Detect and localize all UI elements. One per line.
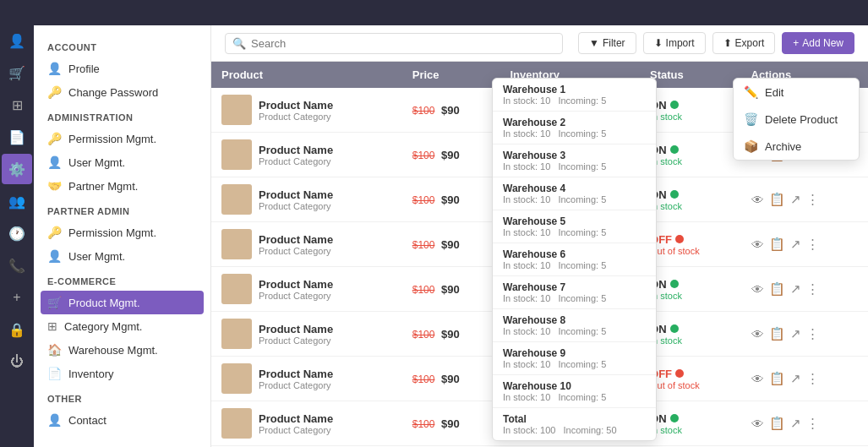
more-icon-5[interactable]: ⋮: [806, 326, 819, 341]
product-table: Product Price Inventory Status Actions P…: [211, 62, 868, 446]
inventory-cell-0: 10 Warehouses: [500, 88, 640, 133]
view-icon-1[interactable]: 👁: [751, 148, 764, 162]
more-icon-4[interactable]: ⋮: [806, 281, 819, 297]
more-icon-3[interactable]: ⋮: [806, 237, 819, 252]
price-new-0: $90: [441, 104, 460, 117]
view-icon-6[interactable]: 👁: [751, 372, 764, 386]
share-icon-1[interactable]: ↗: [790, 147, 801, 162]
partner-icon: 🤝: [47, 179, 62, 193]
status-text-5: In stock: [650, 335, 731, 346]
user-icon: 👤: [47, 155, 62, 169]
inventory-link-5[interactable]: 10 Warehouses: [510, 328, 587, 341]
nav-item-profile[interactable]: 👤 Profile: [34, 57, 210, 80]
actions-cell-5: 👁 📋 ↗ ⋮: [741, 312, 868, 357]
nav-label-permission-mgmt: Permission Mgmt.: [68, 133, 156, 145]
nav-item-product-mgmt[interactable]: 🛒 Product Mgmt.: [41, 291, 204, 314]
view-icon-4[interactable]: 👁: [751, 282, 764, 297]
share-icon-7[interactable]: ↗: [790, 416, 801, 431]
nav-item-category-mgmt[interactable]: ⊞ Category Mgmt.: [34, 314, 210, 338]
add-icon: +: [793, 37, 799, 49]
table-row: Product Name Product Category $100 $90 1…: [211, 222, 868, 267]
sidebar-icon-document[interactable]: 📄: [2, 122, 32, 152]
nav-item-contact[interactable]: 👤 Contact: [34, 408, 210, 432]
share-icon-5[interactable]: ↗: [790, 326, 801, 341]
sidebar-icon-logout[interactable]: ⏻: [2, 346, 32, 377]
sidebar-icon-phone[interactable]: 📞: [2, 250, 32, 281]
sidebar-icon-apps[interactable]: ⊞: [2, 90, 32, 120]
nav-item-pa-permission[interactable]: 🔑 Permission Mgmt.: [34, 221, 210, 244]
copy-icon-5[interactable]: 📋: [769, 326, 785, 341]
copy-icon-6[interactable]: 📋: [769, 371, 785, 386]
copy-icon-3[interactable]: 📋: [769, 237, 785, 252]
inventory-link-0[interactable]: 10 Warehouses: [510, 104, 587, 117]
status-cell-5: ON In stock: [640, 312, 741, 357]
sidebar-icon-shop[interactable]: 🛒: [2, 57, 32, 88]
sidebar-icon-plus[interactable]: +: [2, 282, 32, 313]
more-icon-1[interactable]: ⋮: [806, 147, 819, 162]
share-icon-0[interactable]: ↗: [790, 102, 801, 117]
product-name-5: Product Name: [259, 323, 333, 335]
nav-label-profile: Profile: [68, 63, 100, 75]
contact-icon: 👤: [47, 413, 62, 427]
view-icon-7[interactable]: 👁: [751, 417, 764, 431]
sidebar-icon-lock[interactable]: 🔒: [2, 314, 32, 345]
status-label-6: OFF: [650, 368, 672, 380]
nav-item-user-mgmt[interactable]: 👤 User Mgmt.: [34, 150, 210, 174]
status-label-2: ON: [650, 188, 667, 201]
import-button[interactable]: ⬇ Import: [643, 32, 706, 54]
product-thumb-5: [221, 319, 252, 349]
share-icon-2[interactable]: ↗: [790, 192, 801, 207]
table-row: Product Name Product Category $100 $90 1…: [211, 357, 868, 401]
add-new-button[interactable]: + Add New: [782, 32, 854, 54]
product-category-1: Product Category: [259, 156, 333, 166]
price-old-3: $100: [412, 239, 435, 251]
copy-icon-7[interactable]: 📋: [769, 416, 785, 431]
product-category-2: Product Category: [259, 201, 333, 211]
product-category-3: Product Category: [259, 246, 333, 256]
inventory-link-3[interactable]: 10 Warehouses: [510, 238, 587, 251]
inventory-link-6[interactable]: 10 Warehouses: [510, 373, 587, 385]
more-icon-0[interactable]: ⋮: [806, 102, 819, 117]
search-input[interactable]: [251, 37, 555, 50]
inventory-link-2[interactable]: 10 Warehouses: [510, 194, 587, 206]
more-icon-7[interactable]: ⋮: [806, 416, 819, 431]
view-icon-2[interactable]: 👁: [751, 193, 764, 207]
more-icon-2[interactable]: ⋮: [806, 192, 819, 207]
view-icon-3[interactable]: 👁: [751, 237, 764, 252]
product-thumb-0: [221, 95, 252, 125]
view-icon-0[interactable]: 👁: [751, 103, 764, 117]
table-row: Product Name Product Category $100 $90 1…: [211, 88, 868, 133]
share-icon-6[interactable]: ↗: [790, 371, 801, 386]
sidebar-icon-settings[interactable]: ⚙️: [2, 154, 32, 184]
view-icon-5[interactable]: 👁: [751, 327, 764, 341]
product-cell-7: Product Name Product Category: [211, 401, 402, 446]
price-new-2: $90: [441, 194, 460, 206]
status-cell-4: ON In stock: [640, 267, 741, 312]
copy-icon-2[interactable]: 📋: [769, 192, 785, 207]
inventory-link-4[interactable]: 10 Warehouses: [510, 283, 587, 296]
inventory-link-1[interactable]: 10 Warehouses: [510, 149, 587, 161]
more-icon-6[interactable]: ⋮: [806, 371, 819, 386]
nav-item-permission-mgmt[interactable]: 🔑 Permission Mgmt.: [34, 127, 210, 150]
copy-icon-0[interactable]: 📋: [769, 102, 785, 117]
actions-cell-7: 👁 📋 ↗ ⋮: [741, 401, 868, 446]
sidebar-icon-clock[interactable]: 🕐: [2, 218, 32, 248]
search-box[interactable]: 🔍: [225, 33, 563, 54]
share-icon-4[interactable]: ↗: [790, 281, 801, 297]
nav-item-warehouse-mgmt[interactable]: 🏠 Warehouse Mgmt.: [34, 338, 210, 362]
price-old-0: $100: [412, 105, 435, 117]
sidebar-icon-add-user[interactable]: 👤: [2, 25, 32, 56]
share-icon-3[interactable]: ↗: [790, 237, 801, 252]
nav-item-partner-mgmt[interactable]: 🤝 Partner Mgmt.: [34, 174, 210, 198]
nav-item-inventory[interactable]: 📄 Inventory: [34, 362, 210, 385]
copy-icon-4[interactable]: 📋: [769, 281, 785, 297]
actions-cell-3: 👁 📋 ↗ ⋮: [741, 222, 868, 267]
sidebar-icon-people[interactable]: 👥: [2, 186, 32, 216]
product-cell-1: Product Name Product Category: [211, 133, 402, 177]
nav-item-change-password[interactable]: 🔑 Change Password: [34, 80, 210, 104]
nav-item-pa-user[interactable]: 👤 User Mgmt.: [34, 244, 210, 268]
export-button[interactable]: ⬆ Export: [712, 32, 776, 54]
copy-icon-1[interactable]: 📋: [769, 147, 785, 162]
filter-button[interactable]: ▼ Filter: [578, 32, 636, 54]
inventory-link-7[interactable]: 5 Warehouses: [510, 417, 580, 430]
